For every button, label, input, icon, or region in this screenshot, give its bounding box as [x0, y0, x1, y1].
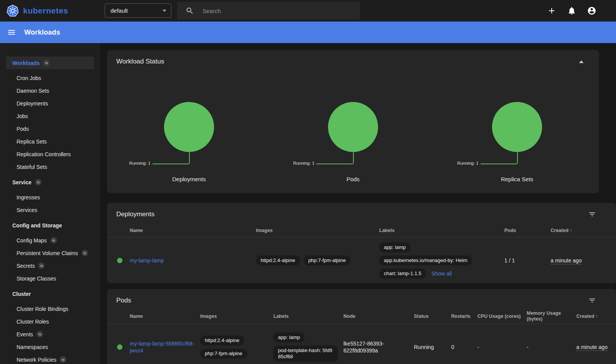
filter-icon [588, 210, 596, 218]
sidebar-item-config-maps[interactable]: Config Maps N [6, 234, 94, 247]
search-input[interactable] [203, 8, 360, 14]
status-ok-icon [117, 344, 122, 350]
deployments-card: Deployments Name Images Labels Pods Crea… [107, 203, 616, 283]
bell-icon [567, 6, 576, 15]
workload-status-card: Workload Status Running: 1 Deployments R… [107, 50, 599, 193]
image-chip: php:7-fpm-alpine [200, 349, 247, 359]
filter-icon [588, 297, 596, 304]
pie-running-segment [164, 102, 214, 152]
column-header-memory[interactable]: Memory Usage (bytes) [527, 311, 576, 322]
new-badge: N [43, 60, 50, 66]
sidebar-item-daemon-sets[interactable]: Daemon Sets [6, 84, 94, 97]
pod-cpu-usage: - [477, 344, 527, 350]
menu-button[interactable] [7, 28, 16, 37]
sidebar-item-pods[interactable]: Pods [6, 122, 94, 135]
deployment-name-link[interactable]: my-lamp-lamp [130, 257, 164, 264]
sidebar-item-ingresses[interactable]: Ingresses [6, 191, 94, 204]
column-header-labels[interactable]: Labels [379, 228, 504, 234]
page-title: Workloads [24, 28, 60, 37]
sidebar-item-service[interactable]: Service N [6, 176, 94, 189]
account-button[interactable] [587, 6, 596, 15]
pods-table-header: Name Images Labels Node Status Restarts … [107, 309, 616, 324]
sidebar-item-deployments[interactable]: Deployments [6, 97, 94, 110]
namespace-selector[interactable]: default [105, 3, 171, 18]
sort-ascending-icon: ↑ [596, 314, 598, 319]
pod-restarts: 0 [451, 344, 477, 350]
filter-button[interactable] [588, 297, 596, 304]
callout-label: Running: 1 [293, 161, 315, 165]
sidebar-item-workloads[interactable]: Workloads N [6, 57, 94, 69]
filter-button[interactable] [588, 210, 596, 218]
hamburger-icon [7, 28, 16, 37]
pods-pie-chart: Running: 1 Pods [271, 102, 435, 182]
column-header-restarts[interactable]: Restarts [451, 314, 477, 319]
appbar: Workloads [0, 22, 616, 43]
sidebar-item-network-policies[interactable]: Network Policies N [6, 353, 94, 364]
sidebar-item-cluster-roles[interactable]: Cluster Roles [6, 315, 94, 328]
pie-running-segment [492, 102, 542, 152]
label-chip: pod-template-hash: 5fd985cf68 [273, 346, 338, 362]
sidebar-item-config-and-storage[interactable]: Config and Storage [6, 219, 94, 232]
sidebar-item-stateful-sets[interactable]: Stateful Sets [6, 160, 94, 173]
image-chip: httpd:2.4-alpine [200, 336, 244, 346]
created-timestamp: a minute ago [576, 344, 608, 351]
pods-count: 1 / 1 [504, 257, 551, 264]
brand-name: kubernetes [23, 6, 68, 15]
chart-title: Pods [271, 176, 435, 182]
kubernetes-logo-icon [6, 4, 19, 17]
sidebar-item-events[interactable]: Events N [6, 328, 94, 341]
column-header-status[interactable]: Status [414, 314, 451, 319]
sidebar-item-cluster[interactable]: Cluster [6, 287, 94, 300]
create-resource-button[interactable] [547, 6, 556, 15]
plus-icon [547, 6, 556, 15]
chart-title: Replica Sets [435, 176, 599, 182]
workload-status-charts: Running: 1 Deployments Running: 1 Pods R… [107, 66, 599, 182]
pod-node: lke55127-86393-622f8d09399a [343, 340, 414, 354]
column-header-labels[interactable]: Labels [273, 314, 343, 319]
sidebar-item-replication-controllers[interactable]: Replication Controllers [6, 148, 94, 160]
notifications-button[interactable] [567, 6, 576, 15]
topbar-actions [547, 0, 596, 22]
pod-memory-usage: - [527, 344, 576, 350]
label-chip: app: lamp [273, 332, 305, 342]
sidebar-item-storage-classes[interactable]: Storage Classes [6, 272, 94, 285]
sidebar-item-label: Workloads [12, 60, 40, 66]
collapse-icon[interactable] [579, 60, 584, 63]
sidebar-item-jobs[interactable]: Jobs [6, 110, 94, 122]
deployment-row: my-lamp-lamp httpd:2.4-alpine php:7-fpm-… [107, 237, 616, 283]
pods-title: Pods [116, 296, 131, 305]
column-header-name[interactable]: Name [130, 314, 200, 319]
column-header-created[interactable]: Created ↑ [551, 228, 616, 234]
column-header-name[interactable]: Name [130, 228, 256, 234]
deployments-table-header: Name Images Labels Pods Created ↑ [107, 224, 616, 237]
new-badge: N [82, 250, 88, 256]
pie-running-segment [328, 102, 378, 152]
column-header-node[interactable]: Node [343, 314, 414, 319]
callout-line [480, 164, 517, 164]
label-chip: chart: lamp-1.1.5 [379, 269, 426, 279]
sidebar-item-cron-jobs[interactable]: Cron Jobs [6, 72, 94, 84]
new-badge: N [35, 179, 42, 185]
sidebar-item-namespaces[interactable]: Namespaces [6, 341, 94, 353]
sidebar-item-services[interactable]: Services [6, 204, 94, 216]
column-header-created[interactable]: Created ↑ [576, 314, 616, 319]
brand[interactable]: kubernetes [6, 0, 68, 22]
search-box[interactable] [177, 2, 360, 20]
pod-name-link[interactable]: my-lamp-lamp-5fd985cf68-jwvz4 [130, 340, 195, 354]
column-header-images[interactable]: Images [256, 228, 379, 234]
sidebar-item-secrets[interactable]: Secrets N [6, 259, 94, 272]
search-icon [186, 7, 194, 15]
pod-status: Running [414, 344, 451, 350]
show-all-link[interactable]: Show all [432, 270, 452, 277]
column-header-images[interactable]: Images [200, 314, 273, 319]
callout-line [353, 152, 354, 164]
main-content: Workload Status Running: 1 Deployments R… [100, 43, 616, 364]
status-ok-icon [117, 258, 122, 263]
sidebar-item-replica-sets[interactable]: Replica Sets [6, 135, 94, 148]
column-header-cpu[interactable]: CPU Usage (cores) [477, 314, 527, 319]
sidebar-item-cluster-role-bindings[interactable]: Cluster Role Bindings [6, 302, 94, 315]
sidebar-item-persistent-volume-claims[interactable]: Persistent Volume Claims N [6, 247, 94, 259]
column-header-pods[interactable]: Pods [504, 228, 551, 234]
callout-line [152, 164, 189, 164]
deployments-pie-chart: Running: 1 Deployments [107, 102, 271, 182]
